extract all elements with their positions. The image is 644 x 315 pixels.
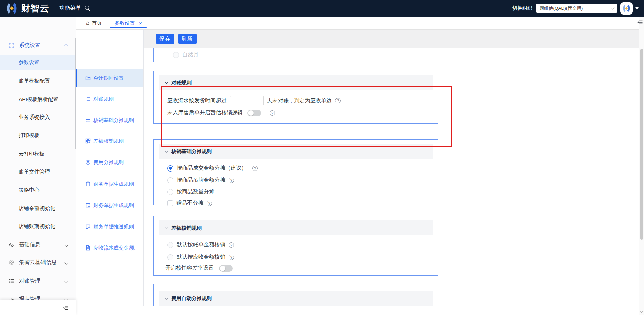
- sidebar-group-label: 集智云基础信息: [19, 259, 65, 266]
- help-icon[interactable]: ?: [207, 201, 212, 206]
- help-icon[interactable]: ?: [229, 242, 234, 248]
- chevron-down-icon: [165, 226, 168, 229]
- sidebar-item-shop-period-init[interactable]: 店铺账期初始化: [0, 219, 76, 234]
- save-button[interactable]: 保存: [156, 34, 174, 44]
- scroll-down-icon[interactable]: [640, 308, 642, 314]
- org-switch-label: 切换组织: [512, 5, 532, 11]
- org-select[interactable]: 康维他(QAD)(管文博): [536, 4, 617, 13]
- sidebar-item-label: 参数设置: [19, 59, 39, 66]
- sidebar-item-cloud-print-template[interactable]: 云打印模板: [0, 147, 76, 161]
- chevron-down-icon: [65, 278, 68, 284]
- natural-month-label: 自然月: [182, 51, 199, 58]
- submenu-item-difference-writeoff-rules[interactable]: 差额核销规则: [76, 132, 143, 150]
- sidebar-group-basic-info[interactable]: 基础信息: [0, 237, 76, 252]
- submenu-item-label: 财务单据推送规则: [93, 224, 134, 230]
- natural-month-radio[interactable]: [173, 52, 179, 58]
- sidebar-item-label: 云打印模板: [19, 151, 45, 158]
- tab-parameter-settings[interactable]: 参数设置 ×: [110, 19, 147, 28]
- search-icon[interactable]: [85, 6, 90, 11]
- gear-icon: [9, 242, 15, 248]
- grid-plus-icon: [85, 138, 91, 144]
- main-content: 保存 刷新 自然月 对账规则 应收流水按发货时间超过 天未对账，判定为应收单边: [144, 30, 639, 306]
- estimate-writeoff-toggle[interactable]: [247, 110, 261, 116]
- brand-diamond-icon: [622, 4, 631, 13]
- account-logo-button[interactable]: [620, 2, 633, 15]
- submenu-item-finance-doc-generate-rules-2[interactable]: 财务单据生成规则: [76, 196, 143, 214]
- help-icon[interactable]: ?: [229, 255, 234, 260]
- swap-icon: [85, 117, 91, 123]
- function-menu-button[interactable]: 功能菜单: [59, 5, 81, 12]
- sidebar-item-parameter-settings[interactable]: 参数设置: [0, 55, 76, 70]
- tab-home[interactable]: ⌂ 首页: [86, 17, 102, 29]
- tab-active-label: 参数设置: [115, 20, 135, 26]
- card-title: 对账规则: [171, 80, 192, 86]
- submenu-item-reconciliation-rules[interactable]: 对账规则: [76, 90, 143, 108]
- submenu-item-writeoff-base-rules[interactable]: 核销基础分摊规则: [76, 111, 143, 129]
- card-reconciliation-rules: 对账规则 应收流水按发货时间超过 天未对账，判定为应收单边 ? 未入库售后单开启…: [153, 71, 438, 124]
- scrollbar-thumb[interactable]: [640, 49, 643, 240]
- submenu-item-receivable-flow-amount[interactable]: 应收流水成交金额:: [76, 239, 143, 257]
- sidebar-item-label: 店铺账期初始化: [19, 223, 55, 230]
- chevron-down-icon: [65, 242, 68, 248]
- card-header-difference[interactable]: 差额核销规则: [159, 220, 433, 235]
- submenu-item-label: 对账规则: [93, 96, 114, 102]
- grid-icon: [9, 43, 15, 48]
- top-bar: 财智云 功能菜单 切换组织 康维他(QAD)(管文博): [0, 0, 644, 17]
- chevron-down-icon: [165, 149, 168, 152]
- overdue-days-suffix: 天未对账，判定为应收单边: [267, 97, 332, 104]
- brand-diamond-icon: [5, 2, 18, 15]
- sidebar-item-label: 打印模板: [19, 132, 39, 139]
- help-icon[interactable]: ?: [229, 178, 234, 183]
- folder-icon: [85, 75, 91, 81]
- sidebar-group-reconciliation-mgmt[interactable]: 对账管理: [0, 273, 76, 288]
- sidebar-scrollbar[interactable]: [75, 38, 76, 149]
- submenu-item-finance-doc-push-rules[interactable]: 财务单据推送规则: [76, 217, 143, 236]
- option-label: 按商品吊牌金额分摊: [177, 177, 225, 184]
- card-header-fee-auto[interactable]: 费用自动分摊规则: [159, 291, 433, 306]
- doc-user-icon: [85, 203, 91, 208]
- help-icon[interactable]: ?: [335, 98, 341, 103]
- allocate-by-deal-amount-radio[interactable]: [167, 165, 173, 172]
- submenu-item-accounting-period[interactable]: 会计期间设置: [76, 69, 143, 87]
- allocate-by-tag-amount-radio[interactable]: [167, 177, 173, 183]
- submenu-item-fee-allocation-rules[interactable]: 费用分摊规则: [76, 153, 143, 172]
- sidebar-group-label: 对账管理: [19, 278, 65, 285]
- tolerance-toggle[interactable]: [219, 265, 233, 272]
- clipboard-icon: [85, 181, 91, 187]
- sidebar-item-shop-balance-init[interactable]: 店铺余额初始化: [0, 201, 76, 216]
- default-bill-amount-radio[interactable]: [167, 242, 173, 248]
- refresh-button[interactable]: 刷新: [178, 34, 197, 44]
- submenu-item-label: 差额核销规则: [93, 138, 124, 145]
- sidebar-item-bill-template[interactable]: 账单模板配置: [0, 74, 76, 88]
- sidebar-group-jizhiyun-basic-info[interactable]: 集智云基础信息: [0, 255, 76, 270]
- option-label: 赠品不分摊: [176, 200, 203, 207]
- submenu-item-label: 应收流水成交金额:: [93, 245, 135, 251]
- toolbar: 保存 刷新: [144, 30, 639, 48]
- app-logo: 财智云: [5, 2, 49, 15]
- sidebar-group-system-settings[interactable]: 系统设置: [0, 38, 76, 53]
- list-icon: [85, 96, 91, 102]
- close-icon[interactable]: ×: [139, 21, 142, 26]
- coin-icon: [85, 160, 91, 165]
- card-header-writeoff-base[interactable]: 核销基础分摊规则: [159, 144, 433, 159]
- help-icon[interactable]: ?: [270, 110, 275, 116]
- sidebar-item-business-system[interactable]: 业务系统接入: [0, 110, 76, 125]
- sidebar-item-strategy-center[interactable]: 策略中心: [0, 183, 76, 198]
- gift-no-allocation-checkbox[interactable]: [167, 200, 173, 206]
- tolerance-toggle-label: 开启核销容差率设置: [165, 265, 214, 272]
- user-menu-caret-icon[interactable]: [635, 7, 639, 9]
- default-receivable-amount-radio[interactable]: [167, 254, 173, 260]
- sidebar-item-api-template[interactable]: API模板解析配置: [0, 92, 76, 107]
- card-header-reconciliation[interactable]: 对账规则: [159, 75, 433, 90]
- option-label: 按商品数量分摊: [177, 188, 214, 195]
- tab-list-icon[interactable]: [637, 20, 643, 25]
- submenu-item-finance-doc-generate-rules[interactable]: 财务单据生成规则: [76, 175, 143, 193]
- overdue-days-input[interactable]: [230, 96, 264, 105]
- submenu-item-label: 核销基础分摊规则: [93, 117, 134, 124]
- collapse-sidebar-icon[interactable]: [63, 305, 69, 311]
- help-icon[interactable]: ?: [252, 166, 258, 171]
- sidebar-item-print-template[interactable]: 打印模板: [0, 128, 76, 143]
- sidebar-item-bill-file[interactable]: 账单文件管理: [0, 164, 76, 179]
- card-writeoff-base-rules: 核销基础分摊规则 按商品成交金额分摊（建议） ? 按商品吊牌金额分摊 ? 按商品…: [153, 139, 438, 205]
- allocate-by-quantity-radio[interactable]: [167, 189, 173, 195]
